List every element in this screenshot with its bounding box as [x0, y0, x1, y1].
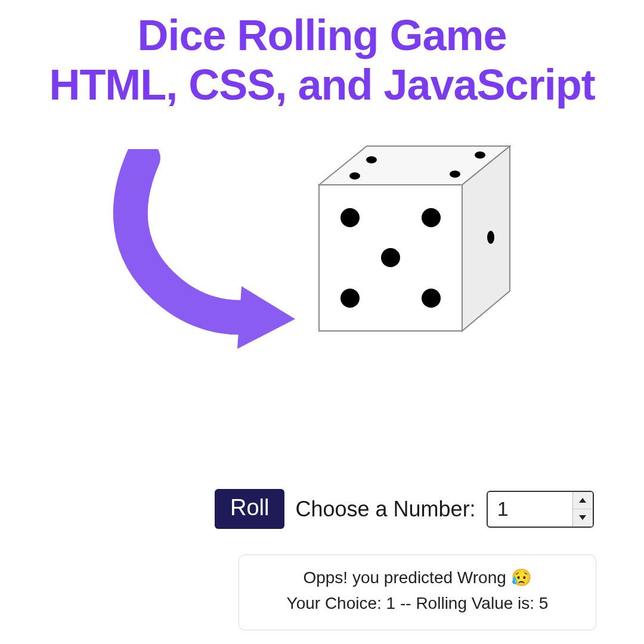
roll-button[interactable]: Roll [215, 489, 284, 529]
result-detail: Your Choice: 1 -- Rolling Value is: 5 [255, 590, 580, 616]
result-card: Opps! you predicted Wrong 😥 Your Choice:… [239, 555, 596, 630]
page-title: Dice Rolling Game HTML, CSS, and JavaScr… [0, 0, 644, 110]
controls-row: Roll Choose a Number: 1 [215, 489, 594, 529]
svg-point-10 [475, 151, 485, 159]
svg-marker-0 [237, 286, 295, 349]
svg-point-13 [487, 231, 494, 244]
chevron-up-icon [579, 498, 586, 503]
svg-point-9 [366, 156, 377, 163]
svg-point-12 [450, 171, 460, 178]
stepper-up-button[interactable] [573, 492, 593, 510]
svg-point-6 [381, 248, 400, 267]
svg-point-7 [340, 289, 360, 308]
title-line-1: Dice Rolling Game [0, 11, 644, 60]
number-input[interactable]: 1 [487, 491, 594, 528]
dice-icon [301, 137, 528, 352]
number-stepper [572, 492, 593, 527]
choose-number-label: Choose a Number: [295, 497, 475, 522]
svg-point-11 [349, 172, 360, 179]
svg-point-8 [422, 289, 441, 308]
title-line-2: HTML, CSS, and JavaScript [0, 60, 644, 110]
chevron-down-icon [579, 515, 586, 520]
stepper-down-button[interactable] [573, 509, 593, 527]
svg-point-4 [340, 208, 360, 227]
result-message: Opps! you predicted Wrong 😥 [255, 565, 580, 590]
svg-point-5 [422, 208, 441, 227]
number-input-value: 1 [488, 497, 572, 521]
curved-arrow-icon [89, 149, 298, 352]
